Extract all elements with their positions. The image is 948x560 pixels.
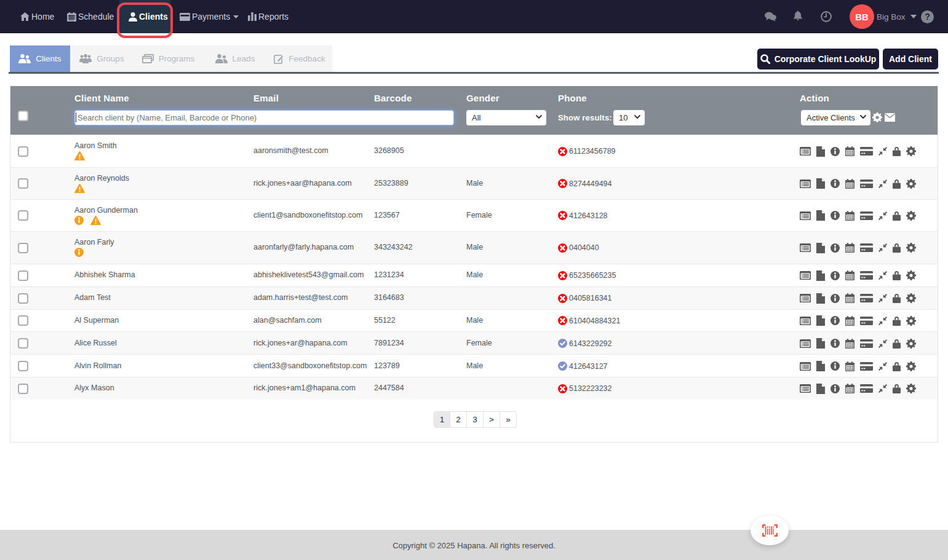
svg-text:?: ? [925,12,930,22]
